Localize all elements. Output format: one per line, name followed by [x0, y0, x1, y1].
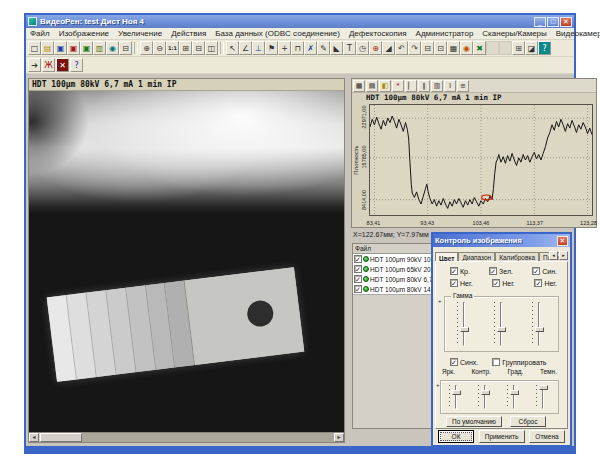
menu-действия[interactable]: Действия: [171, 29, 206, 38]
negative-3-checkbox-checked[interactable]: ✓: [534, 279, 542, 287]
grid-view-icon[interactable]: ⊞: [512, 41, 525, 55]
scroll-left-icon[interactable]: ◄: [29, 433, 39, 442]
channel-зел-checkbox-checked[interactable]: ✓: [489, 267, 497, 275]
rgb-wheel-icon[interactable]: ◉: [460, 41, 473, 55]
image-view-icon[interactable]: ◪: [525, 41, 538, 55]
text-tool-icon[interactable]: T: [343, 41, 356, 55]
tab-scroll-right-icon[interactable]: ►: [559, 251, 568, 260]
menu-сканеры-камеры[interactable]: Сканеры/Камеры: [482, 29, 546, 38]
menu-файл[interactable]: Файл: [30, 29, 50, 38]
menu-база-данных-odbc-соединение[interactable]: База данных (ODBC соединение): [215, 29, 340, 38]
info-box-icon[interactable]: ⊡: [434, 41, 447, 55]
print-icon[interactable]: ⊟: [119, 41, 132, 55]
rotate-left-icon[interactable]: ↶: [395, 41, 408, 55]
open-in-viewer-icon[interactable]: ➔: [28, 58, 41, 72]
slider-handle[interactable]: [539, 385, 548, 390]
plus-tool-icon[interactable]: +: [278, 41, 291, 55]
group[interactable]: Группировать: [492, 358, 546, 366]
slider-handle[interactable]: [535, 327, 544, 332]
ok-button[interactable]: ОК: [438, 430, 474, 443]
chart-tool-star-icon[interactable]: *: [392, 80, 404, 92]
gamma-slider-2[interactable]: [493, 300, 509, 348]
sync[interactable]: ✓Синх.: [450, 358, 478, 366]
negative-1-checkbox-checked[interactable]: ✓: [450, 279, 458, 287]
chart-tool-export-icon[interactable]: ▤: [366, 80, 378, 92]
plot-area[interactable]: [369, 104, 593, 216]
group-checkbox[interactable]: [492, 358, 500, 366]
negative-1[interactable]: ✓Нег.: [450, 279, 473, 287]
slider-handle[interactable]: [452, 390, 461, 395]
dialog-title-bar[interactable]: Контроль изображения ✕: [433, 234, 570, 247]
gamma-slider-3[interactable]: [531, 300, 547, 348]
chart-tool-vlines-icon[interactable]: ‖: [418, 80, 430, 92]
adjust-slider-темн[interactable]: [535, 383, 551, 411]
chart-tool-cursor-icon[interactable]: I: [444, 80, 456, 92]
maximize-icon[interactable]: □: [547, 17, 559, 27]
help-icon[interactable]: ?: [70, 58, 83, 72]
scrollbar-track[interactable]: [82, 433, 334, 442]
target-tool-icon[interactable]: ⊕: [369, 41, 382, 55]
export-folder-icon[interactable]: ▥: [93, 41, 106, 55]
chart-tool-vline-icon[interactable]: ▏: [405, 80, 417, 92]
horizontal-scrollbar[interactable]: ◄ ►: [29, 432, 344, 442]
minimize-icon[interactable]: _: [534, 17, 546, 27]
sync-checkbox-checked[interactable]: ✓: [450, 358, 458, 366]
channel-кр[interactable]: ✓Кр.: [450, 267, 470, 275]
close-image-icon[interactable]: ✕: [56, 58, 69, 72]
scroll-right-icon[interactable]: ►: [334, 433, 344, 442]
level-tool-icon[interactable]: ⊥: [252, 41, 265, 55]
chart-tool-levels-icon[interactable]: ≡: [457, 80, 469, 92]
acquire-tool-icon[interactable]: Ж: [42, 58, 55, 72]
zoom-in-icon[interactable]: ⊕: [140, 41, 153, 55]
channel-кр-checkbox-checked[interactable]: ✓: [450, 267, 458, 275]
clamp-tool-icon[interactable]: ⊓: [291, 41, 304, 55]
channel-син-checkbox-checked[interactable]: ✓: [532, 267, 540, 275]
lut-grid-icon[interactable]: ▦: [447, 41, 460, 55]
row-checkbox-checked[interactable]: ✓: [354, 265, 362, 273]
negative-3[interactable]: ✓Нег.: [534, 279, 557, 287]
slider-handle[interactable]: [481, 390, 490, 395]
row-checkbox-checked[interactable]: ✓: [354, 285, 362, 293]
channel-син[interactable]: ✓Син.: [532, 267, 557, 275]
save-red-icon[interactable]: ▣: [67, 41, 80, 55]
rgb-filter-icon[interactable]: ✖: [473, 41, 486, 55]
cross-tool-icon[interactable]: ✗: [304, 41, 317, 55]
adjust-slider-контр[interactable]: [477, 383, 493, 411]
chart-tool-grid-icon[interactable]: ▦: [353, 80, 365, 92]
pointer-tool-icon[interactable]: ↖: [226, 41, 239, 55]
minus-box-icon[interactable]: ⊟: [421, 41, 434, 55]
tab-цвет[interactable]: Цвет: [435, 252, 458, 261]
channel-зел[interactable]: ✓Зел.: [489, 267, 513, 275]
histogram-tool-icon[interactable]: ◢: [382, 41, 395, 55]
web-globe-icon[interactable]: ◉: [106, 41, 119, 55]
apply-button[interactable]: Применить: [479, 430, 525, 443]
menu-видеокамера[interactable]: Видеокамера: [556, 29, 600, 38]
tile-vertical-icon[interactable]: ◫: [205, 41, 218, 55]
scrollbar-thumb[interactable]: [40, 433, 82, 442]
menu-увеличение[interactable]: Увеличение: [118, 29, 162, 38]
chart-tool-bars-icon[interactable]: ▥: [431, 80, 443, 92]
save-file-icon[interactable]: ▣: [54, 41, 67, 55]
fit-to-window-icon[interactable]: ⊞: [179, 41, 192, 55]
cancel-button[interactable]: Отмена: [529, 430, 565, 443]
reset-button[interactable]: Сброс: [510, 416, 546, 427]
xray-image[interactable]: [29, 91, 344, 432]
rotate-right-icon[interactable]: ↷: [408, 41, 421, 55]
open-folder-icon[interactable]: ▤: [41, 41, 54, 55]
dialog-close-icon[interactable]: ✕: [557, 236, 568, 246]
save-green-icon[interactable]: ▣: [80, 41, 93, 55]
menu-администратор[interactable]: Администратор: [416, 29, 474, 38]
slider-handle[interactable]: [497, 327, 506, 332]
pencil-tool-icon[interactable]: ✎: [317, 41, 330, 55]
timer-tool-icon[interactable]: ◷: [356, 41, 369, 55]
title-bar[interactable]: ВидеоРен: test Дист Ноя 4 _□✕: [26, 15, 574, 28]
adjust-slider-ярк[interactable]: [448, 383, 464, 411]
row-checkbox-checked[interactable]: ✓: [354, 275, 362, 283]
new-document-icon[interactable]: □: [28, 41, 41, 55]
tab-scroll-left-icon[interactable]: ◄: [549, 251, 558, 260]
actual-size-icon[interactable]: 1:1: [166, 41, 179, 55]
menu-дефектоскопия[interactable]: Дефектоскопия: [349, 29, 407, 38]
default-button[interactable]: По умолчанию: [446, 416, 502, 427]
menu-изображение[interactable]: Изображение: [59, 29, 109, 38]
tab-калибровка[interactable]: Калибровка: [495, 252, 539, 261]
